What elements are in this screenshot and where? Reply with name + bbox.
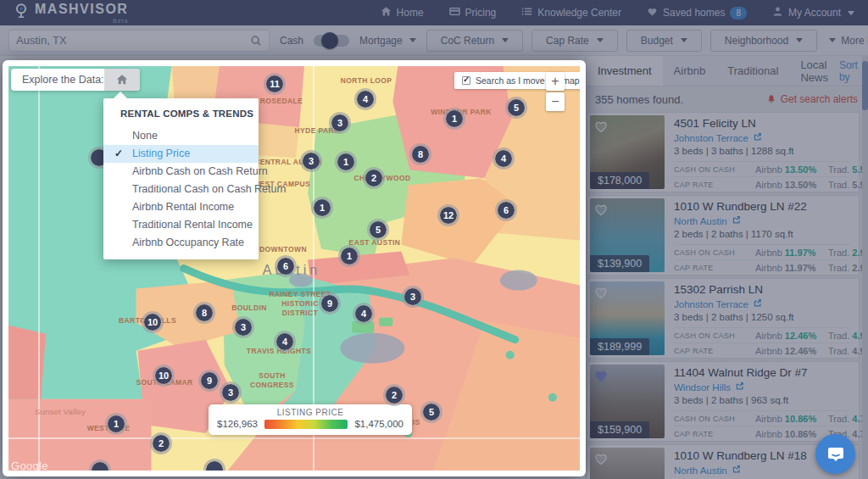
home-icon [116,74,128,86]
mortgage-label[interactable]: Mortgage [359,35,416,47]
map-cluster-marker[interactable]: 2 [150,432,172,454]
map-cluster-marker[interactable]: 10 [153,365,175,387]
filter-bar: Cash Mortgage CoC ReturnCap RateBudgetNe… [0,25,868,56]
tab-airbnb[interactable]: Airbnb [663,56,717,86]
airbnb-value: Airbnb 11.97% [755,248,828,258]
filter-button-neighborhood[interactable]: Neighborhood [710,30,817,52]
map-cluster-marker[interactable]: 5 [367,219,389,241]
stat-label: CASH ON CASH [674,415,755,423]
favorite-icon[interactable] [593,285,609,300]
check-icon: ✓ [114,145,123,163]
map-cluster-marker[interactable]: 1 [335,151,357,173]
airbnb-value: Airbnb 10.86% [755,429,828,439]
dropdown-item-airbnb-cash-on-cash-return[interactable]: Airbnb Cash on Cash Return [103,163,259,181]
property-card[interactable]: $139,9001010 W Rundberg LN #22North Aust… [587,195,860,276]
map-cluster-marker[interactable]: 3 [300,150,322,172]
price-badge: $139,900 [590,255,649,272]
tab-investment[interactable]: Investment [587,56,663,86]
more-filters-button[interactable]: More Filters [827,35,868,47]
map-cluster-marker[interactable]: 1 [311,197,333,219]
map-cluster-marker[interactable]: 2 [383,384,405,406]
search-box[interactable] [8,30,270,52]
nav-item-pricing[interactable]: Pricing [449,6,497,19]
tab-local-news[interactable]: Local News [789,56,839,86]
map-cluster-marker[interactable]: 5 [420,401,442,423]
nav-item-home[interactable]: Home [381,6,424,19]
zoom-out-button[interactable]: − [546,92,565,111]
scrollbar-thumb[interactable] [862,61,868,110]
nav-item-my-account[interactable]: My Account [772,6,854,19]
favorite-icon[interactable] [593,451,609,466]
stat-row-cap: CAP RATEAirbnb 13.50%Trad. 5.50% [674,176,849,192]
price-badge: $178,000 [590,172,649,189]
dropdown-item-traditional-rental-income[interactable]: Traditional Rental Income [103,216,259,234]
dropdown-caret [114,92,127,98]
map-cluster-marker[interactable]: 2 [363,167,385,189]
neighborhood-link[interactable]: North Austin [674,215,849,226]
map-cluster-marker[interactable]: 3 [232,316,254,338]
get-search-alerts-button[interactable]: Get search alerts [766,93,858,105]
neighborhood-link[interactable]: Windsor Hills [674,382,849,393]
dropdown-item-none[interactable]: None [103,127,259,145]
dropdown-item-label: Traditional Cash on Cash Return [132,183,287,195]
filter-button-cap-rate[interactable]: Cap Rate [531,30,618,52]
chat-bubble-button[interactable] [815,434,855,474]
map-cluster-marker[interactable]: 4 [354,88,376,110]
map-cluster-marker[interactable]: 9 [198,370,220,392]
map-cluster-marker[interactable]: 3 [329,112,351,134]
dropdown-item-listing-price[interactable]: ✓Listing Price [103,145,259,163]
filter-button-coc-return[interactable]: CoC Return [426,30,523,52]
stat-label: CAP RATE [674,347,755,355]
map-cluster-marker[interactable]: 3 [402,286,424,308]
nav-item-knowledge-center[interactable]: Knowledge Center [521,6,621,19]
favorite-icon[interactable] [593,368,609,383]
map-cluster-marker[interactable]: 1 [338,245,360,267]
home-icon-button[interactable] [104,69,140,91]
legend-gradient [264,420,348,429]
property-card[interactable]: $189,99915302 Parrish LNJohnston Terrace… [587,278,860,359]
chevron-down-icon [409,38,416,42]
mashvisor-logo[interactable]: MASHVISOR Beta [14,2,128,24]
dropdown-item-airbnb-occupancy-rate[interactable]: Airbnb Occupancy Rate [103,234,259,252]
property-card[interactable]: $159,90011404 Walnut Ridge Dr #7Windsor … [587,361,860,442]
map-cluster-marker[interactable]: 8 [193,302,215,324]
map-cluster-marker[interactable]: 11 [264,73,286,95]
sidebar-scrollbar[interactable] [862,56,868,479]
legend-title: LISTING PRICE [217,408,403,417]
neighborhood-link[interactable]: Johnston Terrace [674,298,849,309]
explore-data-control[interactable]: Explore the Data: [11,69,140,91]
map-cluster-marker[interactable]: 4 [274,331,296,353]
map-cluster-marker[interactable]: 9 [319,292,341,315]
property-specs: 3 beds | 2 baths | 1250 sq.ft [674,312,849,322]
legend-min-value: $126,963 [217,419,258,429]
tab-traditional[interactable]: Traditional [716,56,789,86]
map-cluster-marker[interactable]: 6 [495,199,517,221]
map-cluster-marker[interactable]: 8 [409,143,431,165]
search-input[interactable] [16,34,250,47]
map-cluster-marker[interactable]: 5 [505,97,527,119]
map-cluster-marker[interactable]: 10 [142,311,164,333]
favorite-icon[interactable] [593,202,609,217]
favorite-icon[interactable] [593,119,609,134]
checkbox-checked-icon[interactable] [462,76,470,85]
property-card[interactable]: $178,0004501 Felicity LNJohnston Terrace… [587,112,860,192]
map-cluster-marker[interactable]: 1 [105,413,127,435]
cash-mortgage-toggle[interactable] [314,35,349,47]
map-cluster-marker[interactable]: 6 [275,255,297,277]
airbnb-value: Airbnb 10.86% [755,414,828,424]
map-cluster-marker[interactable]: 4 [353,303,375,325]
map-cluster-marker[interactable]: 1 [443,108,465,130]
nav-item-saved-homes[interactable]: Saved homes8 [647,6,747,19]
zoom-in-button[interactable]: + [546,72,565,91]
map-canvas[interactable]: ROSEDALENORTH LOOPHYDE PARKWINDSOR PARKC… [8,66,580,471]
dropdown-item-traditional-cash-on-cash-return[interactable]: Traditional Cash on Cash Return [103,181,259,198]
chevron-down-icon [848,11,854,15]
map-cluster-marker[interactable]: 3 [220,382,242,404]
dropdown-item-label: Traditional Rental Income [132,219,253,231]
map-cluster-marker[interactable]: 4 [492,148,515,170]
neighborhood-link[interactable]: Johnston Terrace [674,132,849,143]
dropdown-item-airbnb-rental-income[interactable]: Airbnb Rental Income [103,198,259,216]
toggle-knob[interactable] [321,32,338,49]
map-cluster-marker[interactable]: 12 [437,204,459,226]
filter-button-budget[interactable]: Budget [626,30,702,52]
